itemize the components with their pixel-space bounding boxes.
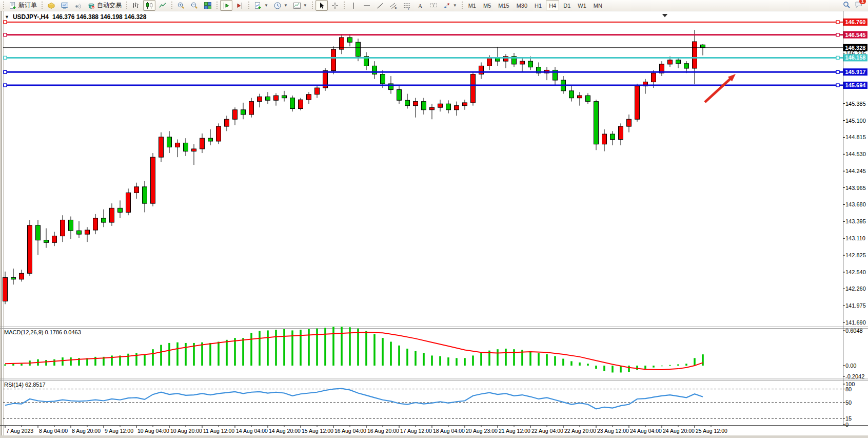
- cursor-icon: [318, 2, 326, 10]
- chevron-down-icon[interactable]: ▼: [264, 4, 268, 8]
- line-handle[interactable]: [836, 56, 839, 59]
- date-tick-label: 22 Aug 04:00: [531, 428, 563, 434]
- tf-w1-button[interactable]: W1: [575, 1, 589, 10]
- tf-h1-button[interactable]: H1: [531, 1, 545, 10]
- chart-shift-button[interactable]: [220, 0, 232, 11]
- bars-chart-button[interactable]: [130, 0, 142, 11]
- candles-chart-button[interactable]: [143, 0, 155, 11]
- line-handle[interactable]: [836, 21, 839, 24]
- crosshair-button[interactable]: [329, 0, 341, 11]
- label-icon: T: [429, 2, 438, 10]
- bull-candle: [52, 236, 57, 243]
- window-bottom-edge: [0, 435, 868, 438]
- price-tick-label: 145.385: [845, 101, 866, 107]
- date-tick-label: 15 Aug 12:00: [302, 428, 333, 434]
- bear-candle: [422, 102, 426, 110]
- tf-w1-label: W1: [578, 3, 586, 9]
- date-tick-label: 10 Aug 04:00: [137, 428, 169, 434]
- chevron-down-icon[interactable]: ▼: [453, 4, 457, 8]
- chevron-down-icon[interactable]: ▼: [303, 4, 307, 8]
- date-tick-label: 21 Aug 12:00: [499, 428, 530, 434]
- date-tick-label: 14 Aug 20:00: [269, 428, 301, 434]
- bull-candle: [413, 102, 418, 106]
- line-handle[interactable]: [836, 84, 839, 87]
- cursor-button[interactable]: [315, 0, 328, 11]
- fibonacci-button[interactable]: F: [401, 0, 413, 11]
- bear-candle: [143, 187, 147, 203]
- bear-candle: [36, 225, 41, 240]
- bull-candle: [233, 110, 238, 119]
- price-tick-label: 142.825: [845, 252, 866, 258]
- svg-text:T: T: [432, 4, 435, 8]
- bull-candle: [19, 273, 24, 279]
- channel-button[interactable]: E: [387, 0, 400, 11]
- zoom-in-icon: [177, 2, 185, 10]
- tf-m5-button[interactable]: M5: [480, 1, 494, 10]
- svg-text:146.545: 146.545: [845, 32, 866, 38]
- tf-mn-button[interactable]: MN: [590, 1, 605, 10]
- sticky-note-button[interactable]: [45, 0, 57, 11]
- date-tick-label: 9 Aug 12:00: [105, 428, 133, 434]
- zoom-in-button[interactable]: [175, 0, 187, 11]
- bear-candle: [381, 74, 385, 84]
- search-button[interactable]: [842, 1, 851, 11]
- line-handle[interactable]: [4, 33, 7, 36]
- line-handle[interactable]: [4, 84, 7, 87]
- text-button[interactable]: A: [414, 0, 426, 11]
- periods-button[interactable]: ▼: [271, 0, 290, 11]
- arrows-button[interactable]: ▼: [441, 0, 459, 11]
- chart-canvas[interactable]: 146.235145.385145.100144.815144.530144.2…: [0, 11, 868, 438]
- horizontal-line-icon: [363, 2, 371, 10]
- algo-trading-button[interactable]: 自动交易: [85, 0, 124, 11]
- date-tick-label: 10 Aug 20:00: [170, 428, 202, 434]
- line-handle[interactable]: [836, 70, 839, 73]
- chart-symbol-title: USDJPY-,H4: [13, 13, 49, 21]
- price-tick-label: 142.540: [845, 269, 866, 275]
- new-chart-icon: [254, 2, 262, 10]
- trendline-button[interactable]: [374, 0, 386, 11]
- label-button[interactable]: T: [427, 0, 440, 11]
- horizontal-line-button[interactable]: [361, 0, 373, 11]
- vertical-line-button[interactable]: [347, 0, 360, 11]
- new-chart-button[interactable]: ▼: [252, 0, 270, 11]
- chat-button[interactable]: 1: [855, 1, 863, 11]
- bull-candle: [159, 137, 164, 157]
- toolbar-separator: [248, 2, 249, 9]
- line-chart-button[interactable]: [156, 0, 169, 11]
- chevron-down-icon[interactable]: ▼: [284, 4, 288, 8]
- tile-windows-button[interactable]: [202, 0, 214, 11]
- tf-m15-button[interactable]: M15: [495, 1, 512, 10]
- toolbar-separator: [216, 2, 218, 9]
- line-handle[interactable]: [4, 70, 7, 73]
- tf-d1-button[interactable]: D1: [560, 1, 574, 10]
- price-badge-146.158: 146.158: [843, 54, 867, 61]
- zoom-out-button[interactable]: [188, 0, 201, 11]
- one-click-collapse-icon[interactable]: ▼: [5, 15, 9, 20]
- rsi-scale-label: 80: [845, 386, 852, 392]
- new-order-button[interactable]: 新订单: [7, 0, 39, 11]
- bear-candle: [266, 97, 270, 100]
- template-icon: [293, 2, 301, 10]
- period-clock-icon: [273, 2, 282, 10]
- bear-candle: [102, 218, 106, 222]
- tf-m30-button[interactable]: M30: [514, 1, 530, 10]
- date-tick-label: 8 Aug 04:00: [39, 428, 68, 434]
- new-order-icon: [9, 2, 17, 10]
- templates-button[interactable]: ▼: [291, 0, 309, 11]
- signals-button[interactable]: [72, 0, 84, 11]
- date-tick-label: 16 Aug 04:00: [334, 428, 366, 434]
- bull-candle: [134, 187, 139, 193]
- line-handle[interactable]: [836, 33, 839, 36]
- bull-candle: [635, 86, 640, 120]
- bull-candle: [438, 104, 443, 107]
- metaeditor-button[interactable]: [58, 0, 71, 11]
- line-handle[interactable]: [4, 21, 7, 24]
- bull-candle: [315, 88, 320, 94]
- chart-ohlc-values: 146.376 146.388 146.198 146.328: [52, 13, 147, 21]
- line-handle[interactable]: [4, 56, 7, 59]
- tf-h4-button[interactable]: H4: [546, 1, 559, 10]
- tf-m1-button[interactable]: M1: [465, 1, 479, 10]
- auto-scroll-button[interactable]: [233, 0, 246, 11]
- arrows-icon: [443, 2, 451, 10]
- rsi-scale-label: 15: [845, 415, 852, 422]
